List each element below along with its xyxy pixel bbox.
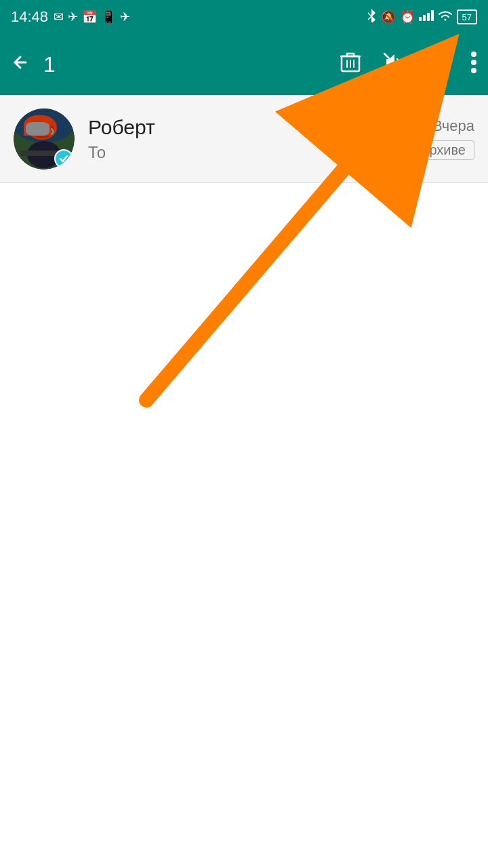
battery-icon: 57 [457, 9, 477, 24]
notify-off-icon: 🔕 [381, 9, 396, 24]
svg-point-16 [35, 129, 41, 134]
svg-rect-2 [427, 13, 430, 21]
svg-point-15 [43, 127, 54, 136]
svg-rect-3 [431, 10, 434, 21]
status-bar: 14:48 ✉ ✈ 📅 📱 ✈ 🔕 ⏰ [0, 0, 488, 34]
last-message: То [88, 143, 400, 162]
wifi-icon [438, 10, 453, 24]
whatsapp-icon: 📱 [101, 9, 116, 24]
mute-button[interactable] [382, 52, 404, 78]
delete-button[interactable] [340, 51, 361, 79]
chat-item[interactable]: Роберт То Вчера В архиве [0, 95, 488, 183]
svg-rect-18 [41, 130, 45, 133]
svg-rect-6 [427, 52, 447, 59]
svg-point-13 [30, 122, 54, 138]
bluetooth-icon [366, 9, 377, 26]
contact-name: Роберт [88, 116, 400, 139]
svg-point-14 [33, 127, 43, 136]
status-time: 14:48 [11, 8, 48, 26]
svg-point-8 [471, 60, 476, 65]
telegram2-icon: ✈ [120, 9, 130, 24]
status-left-icons: ✉ ✈ 📅 📱 ✈ [54, 9, 130, 24]
signal-icon [419, 10, 434, 24]
chat-meta: Вчера В архиве [400, 117, 474, 160]
more-button[interactable] [470, 51, 477, 79]
chat-info: Роберт То [88, 116, 400, 162]
content-area [0, 183, 488, 868]
chat-list: Роберт То Вчера В архиве [0, 95, 488, 183]
selection-count: 1 [43, 52, 56, 77]
action-bar-right [340, 51, 477, 79]
avatar-check-icon [54, 149, 73, 168]
calendar-icon: 📅 [82, 9, 97, 24]
svg-point-17 [45, 129, 52, 134]
status-bar-right: 🔕 ⏰ 57 [366, 9, 477, 26]
svg-rect-1 [423, 15, 426, 21]
archive-button[interactable] [426, 51, 449, 79]
avatar-container [14, 108, 75, 170]
archive-badge: В архиве [400, 140, 474, 160]
battery-level: 57 [462, 12, 472, 22]
back-button[interactable] [11, 52, 30, 77]
svg-rect-0 [419, 17, 422, 21]
clock-icon: ⏰ [400, 9, 415, 24]
svg-point-9 [471, 68, 476, 73]
action-bar: 1 [0, 34, 488, 95]
action-bar-left: 1 [11, 52, 340, 77]
chat-time: Вчера [432, 117, 474, 135]
status-bar-left: 14:48 ✉ ✈ 📅 📱 ✈ [11, 8, 130, 26]
envelope-icon: ✉ [54, 9, 64, 24]
svg-point-7 [471, 52, 476, 57]
telegram-icon: ✈ [68, 9, 78, 24]
